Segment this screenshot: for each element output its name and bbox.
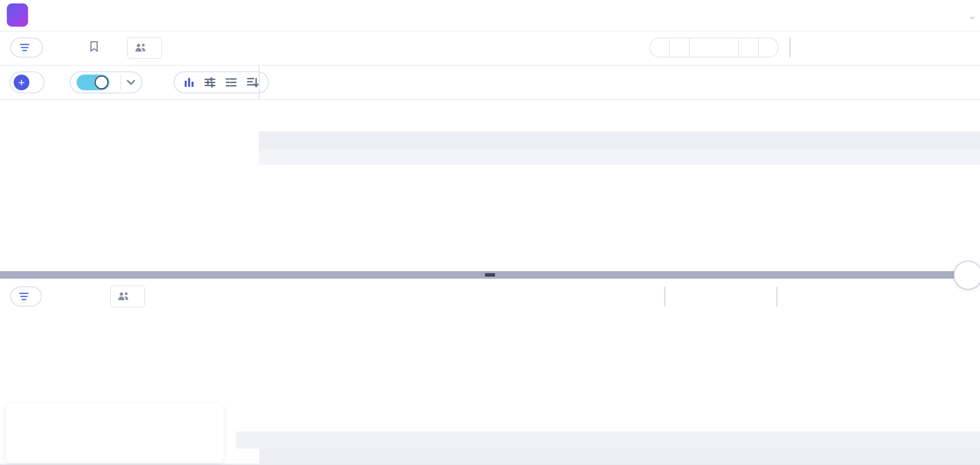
- chevron-down-icon[interactable]: [127, 80, 135, 85]
- timeline-dates-row: [259, 149, 980, 165]
- app-logo[interactable]: [7, 3, 28, 27]
- filter-icon: [19, 292, 29, 301]
- bottom-toolbar: [0, 280, 980, 313]
- next-button[interactable]: [739, 38, 759, 57]
- save-view-button[interactable]: [89, 41, 103, 52]
- capacity-chart[interactable]: [226, 313, 980, 432]
- team-filter-chip[interactable]: [127, 37, 162, 59]
- app-root: ⌄ +: [0, 0, 980, 465]
- team-filter-chip[interactable]: [110, 285, 145, 307]
- plus-icon: +: [14, 75, 29, 90]
- team-icon: [135, 43, 146, 52]
- today-button[interactable]: [690, 38, 739, 57]
- chart-dates-axis: [236, 432, 980, 449]
- prev-button[interactable]: [670, 38, 690, 57]
- view-options-group: [174, 72, 269, 93]
- filter-button[interactable]: [10, 38, 43, 57]
- chart-view-icon[interactable]: [184, 77, 194, 88]
- bookmark-icon: [89, 41, 99, 52]
- date-nav-group: [649, 38, 779, 57]
- toggle-knob[interactable]: [95, 76, 108, 89]
- splitter-handle[interactable]: [485, 273, 495, 277]
- chart-axis-edge: [0, 463, 980, 465]
- tentative-toggle-group: [70, 72, 142, 93]
- divider: [259, 66, 259, 99]
- filter-people-button[interactable]: [10, 287, 42, 306]
- team-icon: [118, 292, 129, 301]
- close-panel-button[interactable]: [954, 261, 980, 290]
- divider: [120, 75, 121, 90]
- filter-icon: [20, 43, 29, 52]
- top-toolbar: [0, 32, 980, 66]
- jump-first-button[interactable]: [650, 38, 670, 57]
- settings-sliders-icon[interactable]: [204, 77, 215, 88]
- range-segmented-control: [789, 38, 791, 57]
- sort-order-icon[interactable]: [247, 77, 259, 88]
- timeline-months-row: [259, 131, 980, 149]
- chevron-down-icon[interactable]: ⌄: [968, 10, 977, 22]
- new-button[interactable]: +: [10, 72, 45, 93]
- period-segmented-control: [664, 287, 665, 306]
- chart-legend: [6, 403, 224, 463]
- chart-months-axis: [259, 449, 980, 463]
- scheduler-controls-row: +: [0, 66, 980, 100]
- list-view-icon[interactable]: [226, 78, 237, 87]
- all-tentative-toggle[interactable]: [76, 75, 110, 90]
- mode-segmented-control: [776, 287, 778, 306]
- jump-last-button[interactable]: [759, 38, 778, 57]
- top-navigation: ⌄: [0, 0, 980, 32]
